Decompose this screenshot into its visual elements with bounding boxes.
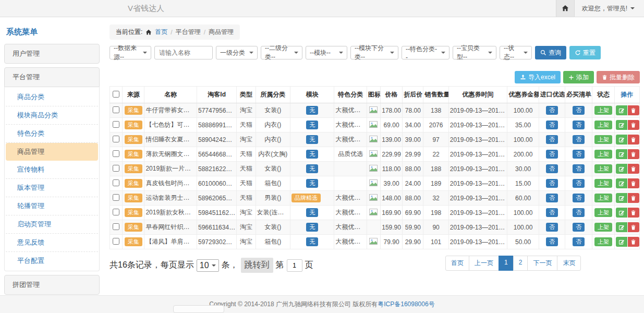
import-select-toggle[interactable]: 否 xyxy=(546,150,558,159)
jump-button[interactable]: 跳转到 xyxy=(241,258,273,273)
jump-page-input[interactable] xyxy=(287,259,302,272)
status-badge[interactable]: 上架 xyxy=(594,135,612,145)
sidebar-group-users[interactable]: 用户管理 xyxy=(4,44,100,64)
edit-button[interactable] xyxy=(616,193,627,203)
edit-button[interactable] xyxy=(616,149,627,159)
row-checkbox[interactable] xyxy=(113,106,119,113)
must-buy-toggle[interactable]: 否 xyxy=(573,135,585,145)
user-menu[interactable]: 欢迎您，管理员! xyxy=(575,4,644,13)
import-select-toggle[interactable]: 否 xyxy=(546,208,558,218)
import-select-toggle[interactable]: 否 xyxy=(546,164,558,174)
sidebar-item-feature-category[interactable]: 特色分类 xyxy=(6,125,98,143)
edit-button[interactable] xyxy=(616,222,627,232)
status-badge[interactable]: 上架 xyxy=(594,179,612,188)
delete-button[interactable] xyxy=(628,120,639,130)
module-subcategory-select[interactable]: --模块下分类-- xyxy=(350,46,398,59)
item-type-select[interactable]: --宝贝类型-- xyxy=(453,46,496,59)
import-select-toggle[interactable]: 否 xyxy=(546,179,558,188)
edit-button[interactable] xyxy=(616,237,627,247)
prev-page-button[interactable]: 上一页 xyxy=(469,256,499,271)
row-checkbox[interactable] xyxy=(113,194,119,201)
delete-button[interactable] xyxy=(628,222,639,232)
sidebar-item-platform-config[interactable]: 平台配置 xyxy=(6,252,98,270)
breadcrumb-home-link[interactable]: 首页 xyxy=(155,28,167,37)
must-buy-toggle[interactable]: 否 xyxy=(573,208,585,218)
status-badge[interactable]: 上架 xyxy=(594,194,612,203)
import-select-toggle[interactable]: 否 xyxy=(546,106,558,115)
import-select-toggle[interactable]: 否 xyxy=(546,194,558,203)
status-select[interactable]: --状态-- xyxy=(500,46,532,59)
module-select[interactable]: --模块-- xyxy=(306,46,347,59)
data-source-select[interactable]: --数据来源-- xyxy=(110,46,151,59)
sidebar-item-feedback[interactable]: 意见反馈 xyxy=(6,234,98,252)
page-1-button[interactable]: 1 xyxy=(499,256,514,271)
level2-category-select[interactable]: --二级分类-- xyxy=(261,46,302,59)
delete-button[interactable] xyxy=(628,178,639,188)
sidebar-group-platform[interactable]: 平台管理 xyxy=(4,67,100,87)
sidebar-item-product-category[interactable]: 商品分类 xyxy=(6,88,98,106)
must-buy-toggle[interactable]: 否 xyxy=(573,106,585,115)
delete-button[interactable] xyxy=(628,164,639,174)
row-checkbox[interactable] xyxy=(113,121,119,128)
edit-button[interactable] xyxy=(616,120,627,130)
must-buy-toggle[interactable]: 否 xyxy=(573,194,585,203)
sidebar-group-groupbuy[interactable]: 拼团管理 xyxy=(4,275,100,295)
feature-category-select[interactable]: --特色分类-- xyxy=(402,46,449,59)
must-buy-toggle[interactable]: 否 xyxy=(573,223,585,232)
row-checkbox[interactable] xyxy=(113,136,119,142)
import-select-toggle[interactable]: 否 xyxy=(546,135,558,145)
level1-category-select[interactable]: 一级分类 xyxy=(216,46,258,59)
delete-button[interactable] xyxy=(628,105,639,115)
edit-button[interactable] xyxy=(616,105,627,115)
status-badge[interactable]: 上架 xyxy=(594,106,612,115)
import-select-toggle[interactable]: 否 xyxy=(546,223,558,232)
edit-button[interactable] xyxy=(616,135,627,145)
status-badge[interactable]: 上架 xyxy=(594,208,612,218)
name-search-input[interactable] xyxy=(154,46,213,59)
edit-button[interactable] xyxy=(616,178,627,188)
must-buy-toggle[interactable]: 否 xyxy=(573,237,585,247)
first-page-button[interactable]: 首页 xyxy=(445,256,469,271)
batch-delete-button[interactable]: 批量删除 xyxy=(597,71,640,83)
status-badge[interactable]: 上架 xyxy=(594,150,612,159)
status-badge[interactable]: 上架 xyxy=(594,223,612,232)
sidebar-item-version-manage[interactable]: 版本管理 xyxy=(6,179,98,197)
next-page-button[interactable]: 下一页 xyxy=(527,256,557,271)
sidebar-item-product-manage[interactable]: 商品管理 xyxy=(6,143,98,161)
page-2-button[interactable]: 2 xyxy=(513,256,528,271)
delete-button[interactable] xyxy=(628,135,639,145)
import-select-toggle[interactable]: 否 xyxy=(546,121,558,130)
delete-button[interactable] xyxy=(628,149,639,159)
sidebar-item-carousel-manage[interactable]: 轮播管理 xyxy=(6,197,98,215)
select-all-checkbox[interactable] xyxy=(113,91,119,98)
row-checkbox[interactable] xyxy=(113,209,119,215)
reset-button[interactable]: 重置 xyxy=(569,46,601,59)
must-buy-toggle[interactable]: 否 xyxy=(573,150,585,159)
delete-button[interactable] xyxy=(628,208,639,218)
edit-button[interactable] xyxy=(616,164,627,174)
per-page-select[interactable]: 10 xyxy=(197,259,219,272)
edit-button[interactable] xyxy=(616,208,627,218)
import-select-toggle[interactable]: 否 xyxy=(546,237,558,247)
last-page-button[interactable]: 末页 xyxy=(557,256,581,271)
sidebar-item-splash-manage[interactable]: 启动页管理 xyxy=(6,215,98,234)
row-checkbox[interactable] xyxy=(113,179,119,186)
delete-button[interactable] xyxy=(628,237,639,247)
row-checkbox[interactable] xyxy=(113,165,119,172)
status-badge[interactable]: 上架 xyxy=(594,121,612,130)
status-badge[interactable]: 上架 xyxy=(594,164,612,174)
delete-button[interactable] xyxy=(628,193,639,203)
must-buy-toggle[interactable]: 否 xyxy=(573,121,585,130)
row-checkbox[interactable] xyxy=(113,150,119,157)
must-buy-toggle[interactable]: 否 xyxy=(573,164,585,174)
row-checkbox[interactable] xyxy=(113,238,119,245)
icp-link[interactable]: 粤ICP备16098006号 xyxy=(378,300,434,308)
import-excel-button[interactable]: 导入excel xyxy=(515,71,561,83)
must-buy-toggle[interactable]: 否 xyxy=(573,179,585,188)
home-button[interactable] xyxy=(556,0,575,17)
sidebar-item-module-product-category[interactable]: 模块商品分类 xyxy=(6,106,98,125)
row-checkbox[interactable] xyxy=(113,223,119,230)
sidebar-item-promo-material[interactable]: 宣传物料 xyxy=(6,161,98,179)
search-button[interactable]: 查询 xyxy=(535,46,566,59)
add-button[interactable]: 添加 xyxy=(563,71,594,83)
